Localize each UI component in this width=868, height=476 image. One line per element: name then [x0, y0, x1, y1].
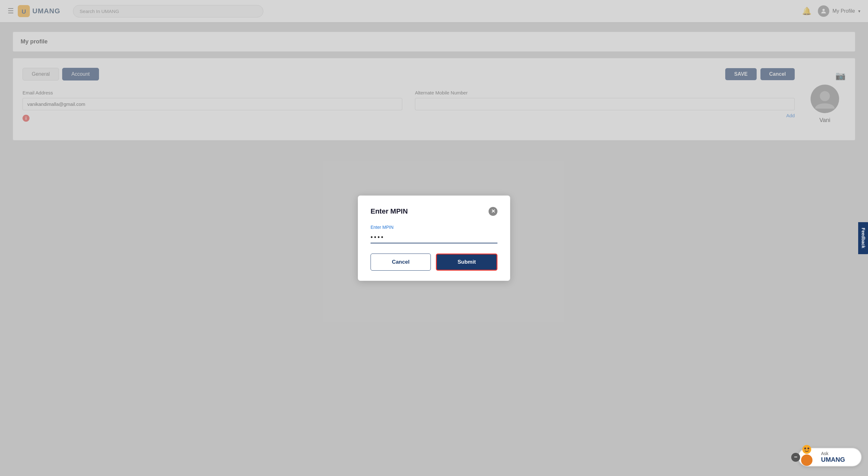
ask-umang-minimize-button[interactable]: − [791, 453, 800, 462]
modal-overlay: Enter MPIN ✕ Enter MPIN Cancel Submit [0, 0, 868, 476]
modal-title: Enter MPIN [371, 207, 408, 215]
feedback-tab[interactable]: Feedback [859, 222, 868, 254]
ask-umang-widget: − Ask UMANG [791, 448, 862, 467]
mpin-field-label: Enter MPIN [371, 225, 497, 230]
mpin-input[interactable] [371, 232, 497, 243]
mpin-modal: Enter MPIN ✕ Enter MPIN Cancel Submit [358, 196, 510, 281]
modal-actions: Cancel Submit [371, 253, 497, 271]
svg-point-4 [802, 445, 811, 454]
modal-submit-button[interactable]: Submit [436, 253, 497, 271]
ask-umang-bubble[interactable]: Ask UMANG [798, 448, 862, 467]
mpin-input-container: Enter MPIN [371, 225, 497, 243]
svg-point-7 [807, 447, 809, 449]
modal-close-button[interactable]: ✕ [489, 207, 497, 216]
svg-point-5 [801, 454, 812, 466]
modal-cancel-button[interactable]: Cancel [371, 253, 431, 271]
ask-umang-text: Ask UMANG [821, 451, 845, 463]
svg-point-6 [804, 447, 806, 449]
modal-header: Enter MPIN ✕ [371, 207, 497, 216]
